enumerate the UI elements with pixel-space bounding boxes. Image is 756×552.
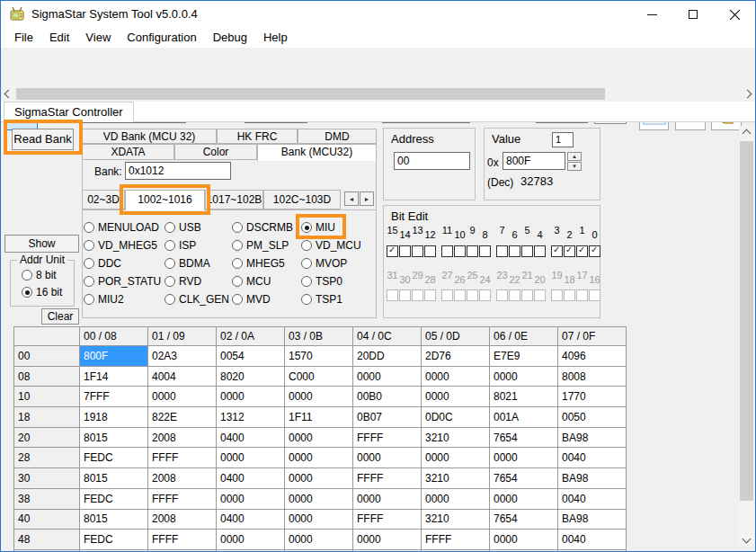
radio-mvd[interactable]: MVD: [232, 290, 301, 308]
radio-usb[interactable]: USB: [165, 218, 232, 236]
value-count-field[interactable]: 1: [552, 132, 574, 147]
bit-checkbox-2[interactable]: [564, 245, 575, 257]
cell-48-1[interactable]: FFFF: [148, 530, 217, 550]
cell-20-6[interactable]: 7654: [490, 427, 558, 448]
col-header-06-0e[interactable]: 06 / 0E: [490, 327, 558, 346]
cell-00-0[interactable]: 800F: [80, 346, 148, 367]
menu-item-view[interactable]: View: [77, 28, 119, 48]
value-spin-down-button[interactable]: ▼: [567, 162, 582, 171]
bit-checkbox-14[interactable]: [399, 245, 411, 257]
bank-tab-dmd[interactable]: DMD: [298, 129, 377, 144]
cell-10-0[interactable]: 7FFF: [80, 387, 148, 407]
menu-item-configuration[interactable]: Configuration: [119, 28, 204, 48]
cell-30-6[interactable]: 7654: [490, 468, 558, 489]
cell-40-7[interactable]: BA98: [558, 509, 627, 530]
address-input[interactable]: 00: [394, 152, 470, 170]
cell-28-3[interactable]: 0000: [285, 448, 353, 468]
radio-por-statu[interactable]: POR_STATU: [84, 272, 165, 290]
radio-mheg5[interactable]: MHEG5: [232, 254, 301, 272]
cell-30-0[interactable]: 8015: [80, 468, 148, 489]
row-header-18[interactable]: 18: [14, 407, 80, 428]
col-header-00-08[interactable]: 00 / 08: [80, 327, 148, 346]
cell-20-0[interactable]: 8015: [80, 427, 148, 448]
tab-sigmastar-controller[interactable]: SigmaStar Controller: [4, 102, 134, 122]
col-header-04-0c[interactable]: 04 / 0C: [353, 327, 422, 346]
radio-bdma[interactable]: BDMA: [165, 254, 232, 272]
row-header-40[interactable]: 40: [14, 509, 80, 530]
radio-tsp1[interactable]: TSP1: [301, 290, 377, 308]
bit-checkbox-11[interactable]: [441, 245, 453, 257]
maximize-button[interactable]: [672, 1, 714, 28]
row-header-30[interactable]: 30: [14, 468, 80, 489]
cell-40-4[interactable]: FFFF: [353, 509, 422, 530]
radio-mvop[interactable]: MVOP: [301, 254, 377, 272]
clear-button[interactable]: Clear: [41, 308, 79, 325]
cell-10-5[interactable]: 0000: [422, 387, 490, 407]
bank-input[interactable]: 0x1012: [125, 162, 231, 180]
cell-08-7[interactable]: 8008: [558, 366, 627, 387]
cell-10-6[interactable]: 8021: [490, 387, 558, 407]
cell-20-7[interactable]: BA98: [558, 427, 627, 448]
scroll-up-arrow[interactable]: [739, 126, 754, 141]
cell-10-3[interactable]: 0000: [285, 387, 353, 407]
range-scroll-right-button[interactable]: ►: [360, 191, 374, 206]
cell-28-7[interactable]: 0040: [558, 448, 627, 468]
radio-vd-mcu[interactable]: VD_MCU: [301, 236, 377, 254]
menu-item-debug[interactable]: Debug: [205, 28, 255, 48]
cell-08-3[interactable]: C000: [285, 366, 353, 387]
radio-miu[interactable]: MIU: [301, 218, 377, 236]
cell-30-4[interactable]: FFFF: [353, 468, 422, 489]
row-header-20[interactable]: 20: [14, 427, 80, 448]
cell-40-1[interactable]: 2008: [148, 509, 217, 530]
radio-vd-mheg5[interactable]: VD_MHEG5: [84, 236, 165, 254]
cell-28-5[interactable]: 0000: [422, 448, 490, 468]
cell-48-3[interactable]: 0000: [285, 530, 353, 550]
bank-tab-color[interactable]: Color: [174, 144, 257, 160]
cell-38-6[interactable]: 0000: [490, 488, 558, 509]
cell-38-4[interactable]: 0000: [353, 488, 422, 509]
cell-30-7[interactable]: BA98: [558, 468, 627, 489]
radio-rvd[interactable]: RVD: [165, 272, 232, 290]
col-header-01-09[interactable]: 01 / 09: [148, 327, 217, 346]
cell-08-2[interactable]: 8020: [217, 366, 285, 387]
bit-checkbox-3[interactable]: [551, 245, 563, 257]
bit-checkbox-10[interactable]: [454, 245, 466, 257]
bit-checkbox-15[interactable]: [387, 245, 398, 257]
cell-18-5[interactable]: 0D0C: [422, 407, 490, 428]
bit-checkbox-1[interactable]: [576, 245, 588, 257]
row-header-28[interactable]: 28: [14, 448, 80, 468]
radio-miu2[interactable]: MIU2: [84, 290, 165, 308]
scroll-right-arrow[interactable]: [740, 86, 755, 102]
bit-checkbox-9[interactable]: [467, 245, 478, 257]
read-bank-button[interactable]: Read Bank: [12, 129, 74, 150]
radio-ddc[interactable]: DDC: [84, 254, 165, 272]
cell-48-4[interactable]: 0000: [353, 530, 422, 550]
cell-18-0[interactable]: 1918: [80, 407, 148, 428]
cell-00-4[interactable]: 20DD: [353, 346, 422, 367]
cell-00-2[interactable]: 0054: [217, 346, 285, 367]
cell-10-7[interactable]: 1770: [558, 387, 627, 407]
cell-30-3[interactable]: 0000: [285, 468, 353, 489]
range-tab-02-3d[interactable]: 02~3D: [82, 190, 125, 209]
cell-18-4[interactable]: 0B07: [353, 407, 422, 428]
radio-isp[interactable]: ISP: [165, 236, 232, 254]
cell-38-2[interactable]: 0000: [217, 488, 285, 509]
bank-tab-bank-mcu32[interactable]: Bank (MCU32): [257, 144, 377, 161]
bit-checkbox-7[interactable]: [496, 245, 508, 257]
range-tab-102c-103d[interactable]: 102C~103D: [263, 190, 341, 209]
bit-checkbox-5[interactable]: [521, 245, 533, 257]
cell-00-7[interactable]: 4096: [558, 346, 627, 367]
bit-checkbox-13[interactable]: [412, 245, 423, 257]
value-hex-input[interactable]: 800F: [503, 152, 565, 170]
cell-08-4[interactable]: 0000: [353, 366, 422, 387]
cell-20-1[interactable]: 2008: [148, 427, 217, 448]
bank-tab-xdata[interactable]: XDATA: [82, 144, 174, 160]
cell-40-0[interactable]: 8015: [80, 509, 148, 530]
cell-28-2[interactable]: 0000: [217, 448, 285, 468]
cell-00-1[interactable]: 02A3: [148, 346, 217, 367]
cell-30-2[interactable]: 0400: [217, 468, 285, 489]
cell-28-6[interactable]: 0000: [490, 448, 558, 468]
col-header-07-0f[interactable]: 07 / 0F: [558, 327, 627, 346]
cell-28-0[interactable]: FEDC: [80, 448, 148, 468]
cell-08-1[interactable]: 4004: [148, 366, 217, 387]
